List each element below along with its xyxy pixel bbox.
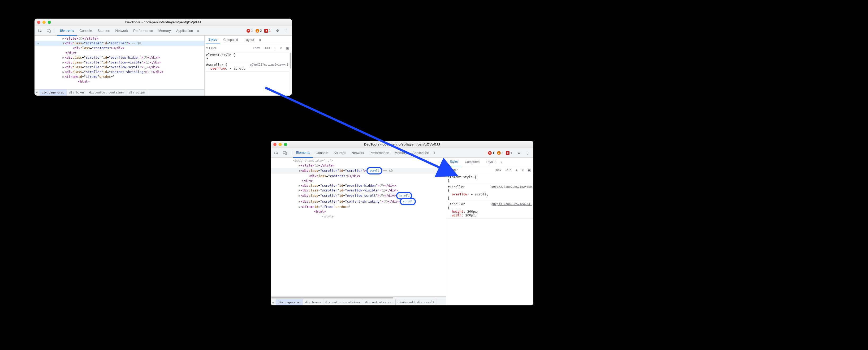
dom-node-overflow-scroll[interactable]: ▶<div class="scroller" id="overflow-scro… (271, 193, 446, 199)
tab-performance[interactable]: Performance (367, 148, 392, 158)
breadcrumb-item[interactable]: div.output-container (87, 89, 127, 96)
tab-memory[interactable]: Memory (156, 26, 174, 36)
scroll-badge[interactable]: scroll (397, 193, 411, 199)
ellipsis-icon[interactable] (380, 194, 384, 197)
rule-scroller-id[interactable]: #scrollergOVpXJJ?ano…ue&view=:50 { overf… (446, 184, 533, 201)
minimize-icon[interactable] (279, 143, 282, 146)
dom-node-scroller-selected[interactable]: ▼<div class="scroller" id="scroller">== … (34, 41, 204, 46)
brush-icon[interactable]: ⎚ (520, 168, 525, 173)
issues-badge[interactable]: ■1 (264, 29, 271, 33)
computed-toggle-icon[interactable]: ▣ (526, 168, 532, 173)
issues-badge[interactable]: ■1 (506, 151, 512, 155)
breadcrumb-item[interactable]: div.boxes (303, 299, 323, 305)
device-toggle-icon[interactable] (281, 149, 289, 157)
breadcrumb-item[interactable]: div.output-sizer (363, 299, 396, 305)
dom-node-contents[interactable]: <div class="contents"></div> (271, 174, 446, 178)
dom-node-overflow-visible[interactable]: ▶<div class="scroller" id="overflow-visi… (34, 60, 204, 65)
ellipsis-icon[interactable] (382, 189, 385, 192)
tab-sources[interactable]: Sources (95, 26, 113, 36)
styles-tab-styles[interactable]: Styles (206, 36, 220, 44)
breadcrumb-item[interactable]: div.page-wrap (276, 299, 303, 305)
breadcrumb-item[interactable]: div.page-wrap (39, 89, 67, 96)
dom-node-html[interactable]: <html> (271, 209, 446, 214)
tab-elements[interactable]: Elements (57, 26, 77, 36)
rule-source-link[interactable]: gOVpXJJ?ano…ue&view=:50 (491, 185, 532, 189)
kebab-menu-icon[interactable]: ⋮ (524, 149, 531, 157)
styles-rules[interactable]: element.style { } #scroller {gOVpXJJ?noc… (205, 52, 292, 96)
zoom-icon[interactable] (48, 21, 51, 24)
scrollbar[interactable] (289, 52, 292, 96)
breadcrumb-item[interactable]: div.output-container (323, 299, 363, 305)
ellipsis-icon[interactable] (79, 37, 83, 40)
tab-elements[interactable]: Elements (293, 148, 313, 158)
scroll-badge[interactable]: scroll (401, 199, 415, 204)
dom-node-overflow-hidden[interactable]: ▶<div class="scroller" id="overflow-hidd… (34, 55, 204, 60)
dom-node-overflow-scroll[interactable]: ▶<div class="scroller" id="overflow-scro… (34, 65, 204, 69)
tab-memory[interactable]: Memory (392, 148, 410, 158)
settings-icon[interactable]: ⚙ (515, 149, 523, 157)
css-prop-overflow[interactable]: overflow: ▸ scroll; (448, 193, 532, 196)
ellipsis-icon[interactable] (384, 200, 388, 203)
more-tabs-icon[interactable]: » (195, 29, 200, 33)
minimize-icon[interactable] (42, 21, 45, 24)
new-rule-icon[interactable]: ＋ (272, 46, 278, 51)
styles-tab-layout[interactable]: Layout (242, 36, 257, 44)
dom-node-iframe[interactable]: ▶<iframe id="iframe" srcdoc=" (271, 204, 446, 209)
cls-toggle[interactable]: .cls (504, 168, 513, 172)
ellipsis-icon[interactable] (380, 184, 384, 187)
styles-tab-computed[interactable]: Computed (221, 36, 241, 44)
dom-node-style-inner[interactable]: <style (271, 214, 446, 219)
styles-tab-layout[interactable]: Layout (483, 158, 498, 166)
breadcrumb-scroll-left-icon[interactable]: « (271, 301, 276, 304)
rule-scroller-class[interactable]: .scrollergOVpXJJ?ano…ue&view=:41 { heigh… (446, 201, 533, 218)
tab-network[interactable]: Network (113, 26, 131, 36)
dom-node-scroller-selected[interactable]: ▼<div class="scroller" id="scroller">scr… (271, 168, 446, 174)
inspect-icon[interactable] (273, 149, 280, 157)
settings-icon[interactable]: ⚙ (274, 27, 281, 34)
ellipsis-icon[interactable] (315, 164, 319, 167)
ellipsis-icon[interactable] (144, 56, 148, 59)
close-icon[interactable] (273, 143, 277, 146)
hov-toggle[interactable]: :hov (252, 46, 261, 50)
cls-toggle[interactable]: .cls (262, 46, 272, 50)
dom-node-overflow-visible[interactable]: ▶<div class="scroller" id="overflow-visi… (271, 188, 446, 193)
scroll-badge[interactable]: scroll (367, 168, 381, 174)
ellipsis-icon[interactable] (148, 70, 152, 73)
breadcrumb-item[interactable]: div.outpu (127, 89, 147, 96)
css-prop-overflow[interactable]: overflow: ▸ scroll; (206, 67, 290, 70)
dom-node-html[interactable]: <html> (34, 79, 204, 84)
css-prop-height[interactable]: height: 200px; (448, 210, 532, 213)
rule-element-style[interactable]: element.style { } (446, 174, 533, 184)
rule-scroller[interactable]: #scroller {gOVpXJJ?noc…ue&view=:50 overf… (205, 62, 292, 72)
styles-tab-computed[interactable]: Computed (462, 158, 482, 166)
rule-source-link[interactable]: gOVpXJJ?noc…ue&view=:50 (250, 63, 290, 67)
hov-toggle[interactable]: :hov (493, 168, 503, 172)
more-tabs-icon[interactable]: » (499, 160, 504, 164)
warning-badge[interactable]: ▲2 (497, 151, 503, 155)
styles-filter-input[interactable] (209, 46, 251, 50)
warning-badge[interactable]: ▲2 (255, 29, 262, 33)
horizontal-scrollbar[interactable] (271, 296, 446, 299)
breadcrumb-scroll-left-icon[interactable]: « (34, 91, 39, 94)
computed-toggle-icon[interactable]: ▣ (285, 46, 290, 51)
dom-node-style[interactable]: ▶<style></style> (34, 36, 204, 41)
error-badge[interactable]: ✕1 (247, 29, 253, 33)
tab-console[interactable]: Console (313, 148, 331, 158)
inspect-icon[interactable] (37, 27, 44, 34)
new-rule-icon[interactable]: ＋ (514, 168, 519, 173)
dom-node-content-shrinking[interactable]: ▶<div class="scroller" id="content-shrin… (271, 199, 446, 204)
tab-performance[interactable]: Performance (130, 26, 155, 36)
error-badge[interactable]: ✕1 (488, 151, 494, 155)
dom-node-iframe[interactable]: ▶<iframe id="iframe" srcdoc=" (34, 75, 204, 79)
tab-application[interactable]: Application (410, 148, 432, 158)
styles-tab-styles[interactable]: Styles (447, 158, 461, 166)
dom-node-contents[interactable]: <div class="contents"></div> (34, 46, 204, 51)
dom-node-close[interactable]: </div> (34, 51, 204, 55)
gutter-context-icon[interactable]: ⋯ (34, 41, 40, 46)
dom-node-close[interactable]: </div> (271, 178, 446, 183)
breadcrumb-item[interactable]: div.boxes (67, 89, 87, 96)
ellipsis-icon[interactable] (146, 61, 149, 64)
kebab-menu-icon[interactable]: ⋮ (282, 27, 290, 34)
tab-sources[interactable]: Sources (331, 148, 349, 158)
dom-node-body-partial[interactable]: <body translate="no"> (271, 158, 446, 163)
